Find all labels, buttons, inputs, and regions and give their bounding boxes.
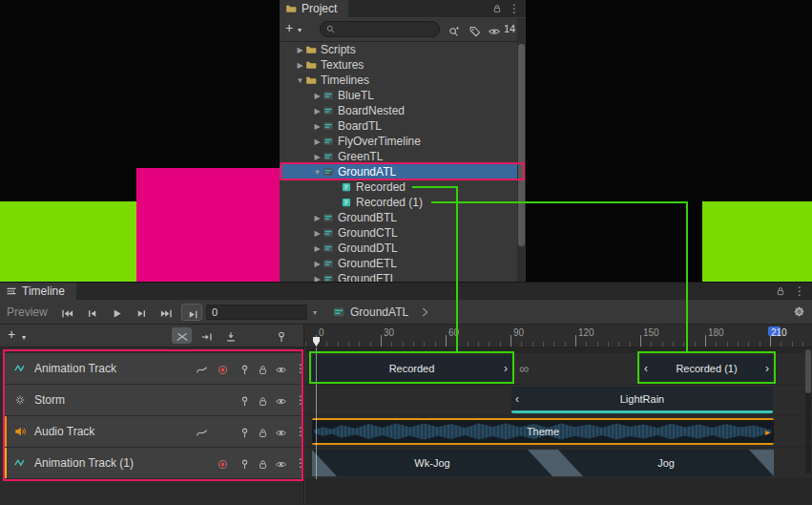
foldout-icon[interactable]: ▶ (312, 153, 323, 161)
ripple-mode-button[interactable] (197, 327, 217, 344)
clip-right-handle[interactable]: › (765, 362, 769, 375)
clip-recorded-1[interactable]: ‹ Recorded (1) › (640, 355, 773, 382)
play-button[interactable] (105, 304, 128, 321)
pin-button[interactable] (236, 391, 253, 409)
lock-button[interactable] (254, 391, 271, 409)
frame-field[interactable] (206, 305, 307, 320)
lock-icon[interactable] (491, 3, 503, 14)
timeline-asset-icon (323, 212, 334, 223)
tree-item-recorded[interactable]: Recorded (280, 179, 517, 195)
tree-item-recorded-1[interactable]: Recorded (1) (280, 195, 517, 210)
scrollbar-thumb[interactable] (518, 44, 525, 246)
tab-project[interactable]: Project (280, 0, 348, 17)
tree-item-groundctl[interactable]: ▶GroundCTL (280, 225, 517, 241)
foldout-icon[interactable]: ▼ (312, 168, 323, 177)
foldout-icon[interactable]: ▶ (312, 137, 323, 146)
clips-scrollbar[interactable] (805, 349, 811, 473)
pin-button[interactable] (236, 360, 253, 377)
eye-button[interactable] (272, 360, 289, 377)
tree-item-scripts[interactable]: ▶Scripts (280, 42, 517, 57)
frame-options-icon[interactable]: ▾ (313, 308, 317, 317)
gear-icon[interactable] (792, 305, 806, 319)
search-field[interactable] (320, 21, 440, 37)
foldout-icon[interactable]: ▶ (312, 214, 323, 222)
record-button[interactable] (214, 454, 231, 472)
goto-start-button[interactable] (55, 304, 78, 321)
scrollbar[interactable] (517, 18, 526, 283)
pin-button[interactable] (236, 423, 253, 440)
clip-theme[interactable]: Theme ▸ (312, 418, 774, 445)
search-input[interactable] (340, 23, 433, 35)
eye-button[interactable] (272, 423, 289, 440)
foldout-icon[interactable]: ▶ (312, 260, 323, 268)
tree-item-boardnested[interactable]: ▶BoardNested (280, 103, 517, 118)
timeline-toolbar: Preview ▾ GroundATL (0, 300, 812, 325)
eye-button[interactable] (272, 391, 289, 409)
previous-frame-button[interactable] (80, 304, 103, 321)
visibility-eye-icon[interactable] (488, 22, 502, 36)
clip-lightrain[interactable]: ‹ LightRain (511, 387, 773, 413)
foldout-icon[interactable]: ▶ (312, 122, 323, 131)
panel-menu-icon[interactable]: ⋮ (794, 283, 805, 300)
lock-button[interactable] (254, 423, 271, 440)
tab-timeline[interactable]: Timeline (0, 283, 76, 300)
foldout-icon[interactable]: ▶ (312, 92, 323, 100)
add-track-button[interactable]: + (8, 326, 15, 342)
eye-button[interactable] (272, 454, 289, 472)
next-frame-button[interactable] (130, 304, 153, 321)
clip-right-handle[interactable]: › (504, 362, 508, 375)
track-header-animation-track[interactable]: Animation Track ⋮ (4, 353, 303, 384)
tree-item-label: GroundDTL (338, 241, 398, 256)
panel-menu-icon[interactable]: ⋮ (509, 0, 520, 17)
foldout-icon[interactable]: ▶ (295, 46, 305, 54)
tree-item-grounddtl[interactable]: ▶GroundDTL (280, 241, 517, 256)
foldout-icon[interactable]: ▶ (312, 107, 323, 116)
preview-button[interactable]: Preview (7, 305, 48, 319)
play-range-button[interactable] (181, 304, 202, 321)
tree-item-groundbtl[interactable]: ▶GroundBTL (280, 210, 517, 225)
foldout-icon[interactable]: ▼ (295, 76, 305, 85)
mix-mode-button[interactable] (172, 327, 192, 344)
breadcrumb[interactable]: GroundATL (350, 305, 408, 319)
lock-button[interactable] (254, 360, 271, 377)
tree-item-label: Scripts (321, 42, 356, 57)
foldout-icon[interactable]: ▶ (295, 61, 305, 70)
foldout-icon[interactable]: ▶ (312, 244, 323, 253)
tree-item-bluetl[interactable]: ▶BlueTL (280, 88, 517, 103)
scrollbar-thumb[interactable] (805, 349, 811, 393)
tree-item-greentl[interactable]: ▶GreenTL (280, 149, 517, 164)
record-button[interactable] (214, 360, 231, 377)
goto-end-button[interactable] (155, 304, 177, 321)
clip-jog[interactable]: Jog (558, 450, 774, 476)
animation-track-icon (13, 362, 27, 375)
lock-button[interactable] (254, 454, 271, 472)
label-icon[interactable] (468, 22, 483, 36)
folder-icon (305, 74, 317, 86)
track-header-animation-track-1[interactable]: Animation Track (1) ⋮ (4, 448, 303, 478)
clip-curves-icon[interactable] (193, 360, 210, 377)
tree-item-textures[interactable]: ▶Textures (280, 57, 517, 73)
tree-item-groundatl[interactable]: ▼GroundATL (280, 164, 517, 179)
clip-left-handle[interactable]: ‹ (515, 392, 519, 406)
clip-recorded[interactable]: Recorded › (312, 355, 511, 382)
replace-mode-button[interactable] (220, 327, 240, 344)
tree-item-groundetl[interactable]: ▶GroundETL (280, 256, 517, 271)
create-asset-button[interactable]: + ▾ (284, 18, 313, 39)
time-ruler[interactable]: 0 30 60 90 120 150 180 210 (304, 325, 812, 347)
search-by-type-icon[interactable] (448, 22, 462, 36)
playhead-line[interactable] (316, 347, 317, 479)
clip-wkjog[interactable]: Wk-Jog (312, 450, 552, 476)
foldout-icon[interactable]: ▶ (312, 229, 323, 238)
clip-left-handle[interactable]: ‹ (644, 362, 648, 375)
tree-item-label: Timelines (321, 73, 369, 88)
dropdown-caret-icon[interactable]: ▾ (22, 333, 26, 342)
pin-button[interactable] (236, 454, 253, 472)
track-header-audio-track[interactable]: Audio Track ⋮ (4, 416, 303, 447)
tree-item-boardtl[interactable]: ▶BoardTL (280, 118, 517, 134)
tree-item-timelines[interactable]: ▼Timelines (280, 73, 517, 88)
track-header-storm[interactable]: Storm ⋮ (4, 385, 303, 415)
marker-toggle-button[interactable] (271, 327, 291, 344)
tree-item-flyovertimeline[interactable]: ▶FlyOverTimeline (280, 134, 517, 149)
lock-icon[interactable] (775, 285, 786, 297)
clip-curves-icon[interactable] (193, 423, 210, 440)
